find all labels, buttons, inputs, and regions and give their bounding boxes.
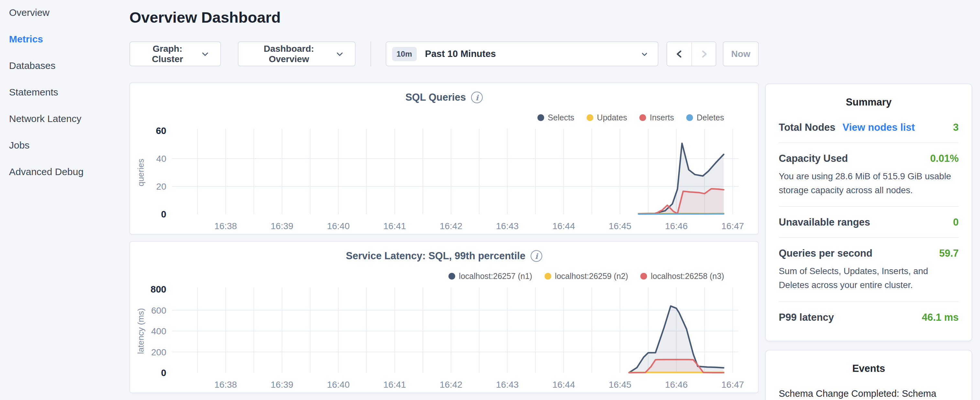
legend-item: localhost:26258 (n3) <box>640 271 724 281</box>
summary-title: Summary <box>779 96 959 108</box>
chevron-left-icon <box>675 49 684 59</box>
summary-panel: Summary Total Nodes View nodes list 3 Ca… <box>765 83 972 341</box>
summary-row-queries-per-second: Queries per second 59.7 Sum of Selects, … <box>779 238 959 302</box>
summary-row-value: 0 <box>953 217 959 228</box>
sidebar-item-network-latency[interactable]: Network Latency <box>9 113 120 125</box>
service-latency-plot[interactable]: 020040060080016:3816:3916:4016:4116:4216… <box>130 285 759 392</box>
svg-text:0: 0 <box>161 209 166 220</box>
chart-title: Service Latency: SQL, 99th percentile <box>346 250 525 262</box>
legend-label: Inserts <box>650 113 674 122</box>
summary-row-value: 46.1 ms <box>922 312 959 323</box>
svg-text:16:47: 16:47 <box>721 221 744 231</box>
svg-text:60: 60 <box>156 127 166 136</box>
chart-legend: localhost:26257 (n1) localhost:26259 (n2… <box>449 271 724 281</box>
sidebar-item-overview[interactable]: Overview <box>9 6 120 19</box>
svg-text:40: 40 <box>156 154 166 164</box>
sidebar-item-jobs[interactable]: Jobs <box>9 139 120 151</box>
time-prev-button[interactable] <box>667 42 691 66</box>
chevron-down-icon <box>640 50 649 58</box>
time-step-controls <box>667 41 716 66</box>
svg-text:16:42: 16:42 <box>440 379 462 390</box>
legend-dot <box>538 114 544 121</box>
svg-text:16:43: 16:43 <box>496 221 519 231</box>
time-window-badge: 10m <box>392 47 417 61</box>
summary-row-description: You are using 28.6 MiB of 515.9 GiB usab… <box>779 170 959 197</box>
summary-row-description: Sum of Selects, Updates, Inserts, and De… <box>779 265 959 292</box>
legend-label: Updates <box>597 113 627 122</box>
svg-text:16:46: 16:46 <box>665 221 687 231</box>
sidebar-item-statements[interactable]: Statements <box>9 86 120 98</box>
right-rail: Summary Total Nodes View nodes list 3 Ca… <box>765 83 972 400</box>
legend-label: localhost:26259 (n2) <box>555 271 628 281</box>
svg-text:16:47: 16:47 <box>721 379 744 390</box>
chart-legend: Selects Updates Inserts Deletes <box>538 113 724 122</box>
time-range-label: Past 10 Minutes <box>425 49 496 59</box>
chart-title-row: SQL Queries i <box>130 92 758 103</box>
legend-label: localhost:26257 (n1) <box>459 271 532 281</box>
summary-row-label: Queries per second <box>779 247 872 259</box>
chevron-right-icon <box>699 49 709 59</box>
svg-text:16:44: 16:44 <box>552 379 575 390</box>
legend-label: localhost:26258 (n3) <box>651 271 724 281</box>
svg-text:16:40: 16:40 <box>327 221 350 231</box>
legend-item: Selects <box>538 113 574 122</box>
svg-text:16:40: 16:40 <box>327 379 350 390</box>
svg-text:16:41: 16:41 <box>383 221 406 231</box>
svg-text:16:38: 16:38 <box>214 221 237 231</box>
svg-text:800: 800 <box>151 285 166 295</box>
summary-row-label: Total Nodes <box>779 122 835 133</box>
service-latency-chart-card: Service Latency: SQL, 99th percentile i … <box>129 241 759 393</box>
dashboard-dropdown[interactable]: Dashboard: Overview <box>238 41 355 66</box>
legend-label: Selects <box>548 113 574 122</box>
sidebar-item-advanced-debug[interactable]: Advanced Debug <box>9 166 120 178</box>
graph-dropdown[interactable]: Graph: Cluster <box>129 41 221 66</box>
svg-text:16:46: 16:46 <box>665 379 687 390</box>
dashboard-dropdown-label: Dashboard: Overview <box>250 44 328 64</box>
svg-text:16:43: 16:43 <box>496 379 519 390</box>
legend-item: Inserts <box>639 113 674 122</box>
view-nodes-list-link[interactable]: View nodes list <box>843 122 915 133</box>
event-item[interactable]: Schema Change Completed: Schema change w… <box>779 386 959 400</box>
sql-queries-plot[interactable]: 020406016:3816:3916:4016:4116:4216:4316:… <box>130 127 759 234</box>
chart-title-row: Service Latency: SQL, 99th percentile i <box>130 250 758 262</box>
legend-item: Deletes <box>686 113 724 122</box>
svg-text:16:44: 16:44 <box>552 221 575 231</box>
chevron-down-icon <box>201 50 209 58</box>
summary-row-unavailable-ranges: Unavailable ranges 0 <box>779 207 959 238</box>
legend-dot <box>544 273 551 280</box>
sidebar-item-databases[interactable]: Databases <box>9 59 120 72</box>
now-button[interactable]: Now <box>723 41 759 66</box>
sql-queries-chart-card: SQL Queries i Selects Updates Inserts <box>129 83 759 234</box>
time-next-button[interactable] <box>691 42 716 66</box>
summary-row-total-nodes: Total Nodes View nodes list 3 <box>779 108 959 143</box>
legend-item: localhost:26257 (n1) <box>449 271 532 281</box>
svg-text:400: 400 <box>151 326 166 336</box>
page-title: Overview Dashboard <box>129 8 759 27</box>
svg-text:queries: queries <box>136 159 146 186</box>
time-range-dropdown[interactable]: 10m Past 10 Minutes <box>386 41 659 66</box>
sidebar: Overview Metrics Databases Statements Ne… <box>0 0 129 199</box>
svg-text:16:39: 16:39 <box>271 379 293 390</box>
legend-dot <box>639 114 646 121</box>
svg-text:16:45: 16:45 <box>609 379 631 390</box>
toolbar-divider <box>371 41 371 66</box>
summary-row-p99-latency: P99 latency 46.1 ms <box>779 302 959 332</box>
app-root: Overview Metrics Databases Statements Ne… <box>0 0 980 400</box>
svg-text:16:39: 16:39 <box>271 221 293 231</box>
info-icon[interactable]: i <box>471 92 483 103</box>
legend-item: Updates <box>587 113 627 122</box>
sidebar-item-metrics[interactable]: Metrics <box>9 33 120 45</box>
events-panel: Events Schema Change Completed: Schema c… <box>765 350 972 400</box>
info-icon[interactable]: i <box>531 250 542 262</box>
main-content: Overview Dashboard Graph: Cluster Dashbo… <box>129 0 759 393</box>
chevron-down-icon <box>336 50 344 58</box>
svg-text:16:42: 16:42 <box>440 221 462 231</box>
svg-text:0: 0 <box>161 368 166 378</box>
event-message: Schema Change Completed: Schema change w… <box>779 386 959 400</box>
legend-dot <box>587 114 593 121</box>
summary-row-label: P99 latency <box>779 312 834 323</box>
legend-dot <box>686 114 693 121</box>
summary-row-value: 59.7 <box>939 247 959 259</box>
svg-text:20: 20 <box>156 182 166 191</box>
summary-row-value: 3 <box>953 122 959 133</box>
